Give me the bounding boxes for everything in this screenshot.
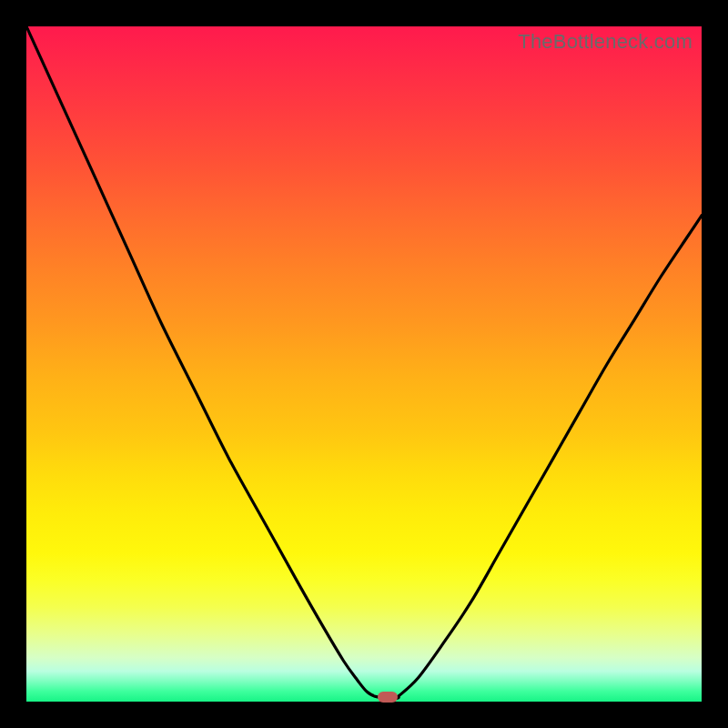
optimum-marker	[378, 692, 398, 703]
bottleneck-curve	[26, 26, 702, 702]
chart-frame: TheBottleneck.com	[0, 0, 728, 728]
curve-path	[26, 26, 702, 698]
plot-area: TheBottleneck.com	[26, 26, 702, 702]
